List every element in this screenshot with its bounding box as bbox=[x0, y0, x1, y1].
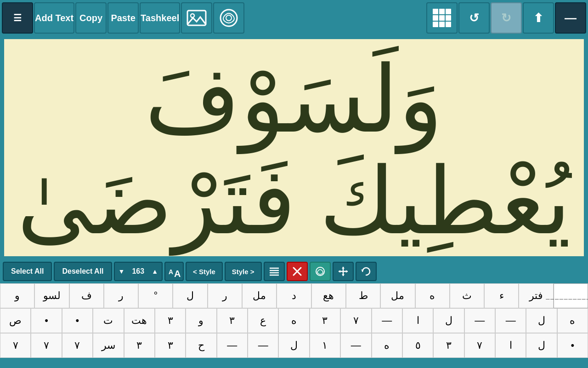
char-cell[interactable]: ا bbox=[495, 333, 526, 358]
char-cell[interactable]: ح bbox=[186, 333, 216, 358]
share-button[interactable]: ⬆ bbox=[523, 2, 554, 34]
char-cell[interactable]: ل bbox=[173, 283, 207, 308]
char-row-3: ٧ ٧ ٧ سر ٣ ٣ ح — — ل ١ — ه ٥ ٣ ٧ ا ل • bbox=[0, 333, 588, 358]
char-cell[interactable]: — bbox=[217, 333, 248, 358]
char-cell[interactable]: ء bbox=[484, 283, 519, 308]
char-cell[interactable]: ع bbox=[248, 308, 278, 333]
char-cell[interactable]: ه bbox=[557, 308, 588, 333]
char-cell[interactable]: — bbox=[464, 308, 495, 333]
char-cell[interactable]: ط bbox=[346, 283, 380, 308]
menu-button[interactable]: ☰ bbox=[2, 2, 33, 34]
char-cell[interactable]: لسو bbox=[34, 283, 69, 308]
char-cell[interactable]: ٣ bbox=[310, 308, 340, 333]
char-cell[interactable]: ص bbox=[0, 308, 31, 333]
char-cell[interactable]: سر bbox=[93, 333, 124, 358]
stamp-action-button[interactable] bbox=[310, 262, 331, 281]
char-cell[interactable]: و bbox=[186, 308, 216, 333]
char-cell[interactable]: ت bbox=[93, 308, 124, 333]
svg-marker-28 bbox=[339, 270, 340, 273]
svg-marker-26 bbox=[342, 267, 345, 269]
char-cell[interactable]: ف bbox=[69, 283, 104, 308]
svg-marker-30 bbox=[361, 270, 364, 271]
char-cell-blank-line[interactable]: ___________ bbox=[554, 283, 588, 308]
char-cell[interactable]: ٧ bbox=[340, 308, 371, 333]
char-cell[interactable]: د bbox=[277, 283, 311, 308]
char-cell[interactable]: ر bbox=[104, 283, 138, 308]
svg-rect-0 bbox=[187, 11, 206, 25]
char-cell[interactable]: ه bbox=[415, 283, 450, 308]
style-next-button[interactable]: Style > bbox=[225, 262, 262, 281]
style-prev-button[interactable]: < Style bbox=[186, 262, 223, 281]
arabic-calligraphy-svg: وَلَسَوْفَ يُعْطِيكَ فَتَرْضَىٰ bbox=[4, 39, 584, 256]
char-cell[interactable]: • bbox=[557, 333, 588, 358]
char-cell[interactable]: ا bbox=[402, 308, 433, 333]
char-cell[interactable]: ٥ bbox=[402, 333, 433, 358]
char-cell[interactable]: هت bbox=[124, 308, 155, 333]
size-value: 163 bbox=[128, 267, 148, 276]
char-cell[interactable]: و bbox=[0, 283, 34, 308]
svg-rect-9 bbox=[446, 15, 451, 21]
char-cell[interactable]: ٧ bbox=[464, 333, 495, 358]
char-cell[interactable]: ١ bbox=[310, 333, 340, 358]
svg-marker-27 bbox=[342, 274, 345, 276]
font-size-icon-button[interactable]: A A bbox=[164, 262, 184, 281]
char-cell[interactable]: ث bbox=[450, 283, 484, 308]
char-cell[interactable]: ل bbox=[433, 308, 464, 333]
char-cell[interactable]: ر bbox=[208, 283, 242, 308]
top-toolbar: ☰ Add Text Copy Paste Tashkeel bbox=[0, 0, 588, 36]
size-down-button[interactable]: ▼ bbox=[115, 263, 129, 280]
char-cell[interactable]: — bbox=[340, 333, 371, 358]
align-button[interactable] bbox=[264, 262, 285, 281]
minimize-button[interactable]: — bbox=[555, 2, 586, 34]
svg-rect-10 bbox=[433, 22, 438, 27]
svg-rect-8 bbox=[439, 15, 445, 21]
select-all-button[interactable]: Select All bbox=[3, 262, 52, 281]
char-cell[interactable]: هع bbox=[311, 283, 346, 308]
char-cell[interactable]: ٣ bbox=[433, 333, 464, 358]
char-cell[interactable]: — bbox=[495, 308, 526, 333]
char-cell[interactable]: ل bbox=[526, 333, 557, 358]
canvas-area: وَلَسَوْفَ يُعْطِيكَ فَتَرْضَىٰ bbox=[3, 38, 585, 258]
char-cell[interactable]: مل bbox=[380, 283, 415, 308]
char-cell[interactable]: مل bbox=[242, 283, 277, 308]
char-cell[interactable]: • bbox=[31, 308, 62, 333]
char-cell[interactable]: ٧ bbox=[62, 333, 93, 358]
svg-point-3 bbox=[226, 15, 232, 21]
char-cell[interactable]: ٣ bbox=[124, 333, 155, 358]
svg-text:A: A bbox=[174, 269, 181, 278]
size-up-button[interactable]: ▲ bbox=[148, 263, 162, 280]
redo-button[interactable]: ↻ bbox=[491, 2, 522, 34]
paste-button[interactable]: Paste bbox=[107, 2, 139, 34]
char-cell[interactable]: ل bbox=[526, 308, 557, 333]
char-cell[interactable]: ٣ bbox=[155, 308, 186, 333]
char-cell[interactable]: ه bbox=[372, 333, 402, 358]
add-text-button[interactable]: Add Text bbox=[34, 2, 74, 34]
char-cell[interactable]: ٧ bbox=[31, 333, 62, 358]
undo-button[interactable]: ↺ bbox=[458, 2, 490, 34]
svg-rect-6 bbox=[446, 9, 451, 14]
svg-rect-11 bbox=[439, 22, 445, 27]
tashkeel-button[interactable]: Tashkeel bbox=[140, 2, 180, 34]
bottom-toolbar: Select All Deselect All ▼ 163 ▲ A A < St… bbox=[0, 259, 588, 283]
delete-button[interactable] bbox=[287, 262, 308, 281]
char-cell[interactable]: ه bbox=[278, 308, 309, 333]
grid-button[interactable] bbox=[426, 2, 458, 34]
char-row-2: ص • • ت هت ٣ و ٣ ع ه ٣ ٧ — ا ل — — ل ه bbox=[0, 308, 588, 333]
image-button[interactable] bbox=[181, 2, 212, 34]
svg-rect-4 bbox=[433, 9, 438, 14]
char-cell[interactable]: — bbox=[248, 333, 278, 358]
copy-button[interactable]: Copy bbox=[75, 2, 107, 34]
stamp-button[interactable] bbox=[213, 2, 244, 34]
char-cell[interactable]: ٧ bbox=[0, 333, 31, 358]
move-button[interactable] bbox=[333, 262, 354, 281]
char-cell[interactable]: ل bbox=[278, 333, 309, 358]
char-cell[interactable]: ٣ bbox=[217, 308, 248, 333]
svg-text:وَلَسَوْفَ: وَلَسَوْفَ bbox=[145, 46, 443, 155]
char-cell[interactable]: • bbox=[62, 308, 93, 333]
char-cell[interactable]: — bbox=[372, 308, 402, 333]
rotate-button[interactable] bbox=[356, 262, 377, 281]
deselect-all-button[interactable]: Deselect All bbox=[54, 262, 112, 281]
svg-marker-29 bbox=[346, 270, 348, 273]
char-cell[interactable]: ٣ bbox=[155, 333, 186, 358]
char-cell[interactable]: ° bbox=[138, 283, 173, 308]
